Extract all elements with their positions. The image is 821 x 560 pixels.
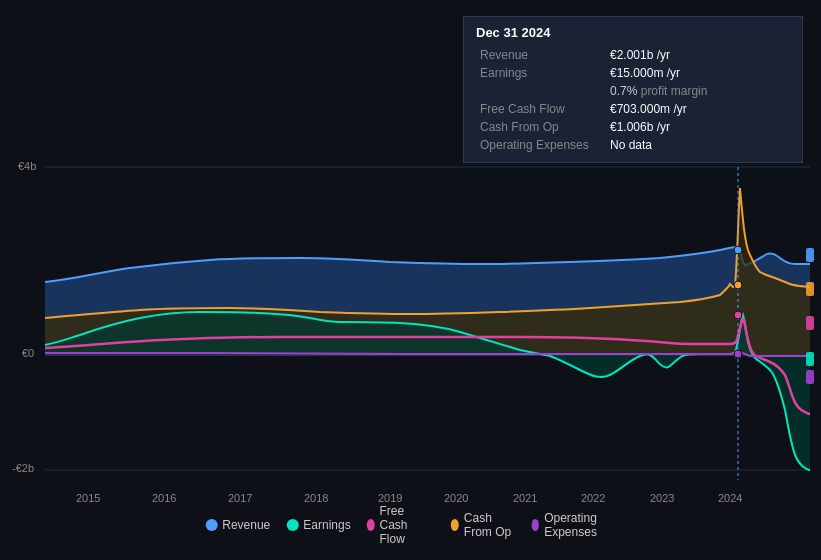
svg-rect-14 — [806, 352, 814, 366]
tooltip-box: Dec 31 2024 Revenue €2.001b /yr Earnings… — [463, 16, 803, 163]
legend-label-revenue: Revenue — [222, 518, 270, 532]
tooltip-row-fcf: Free Cash Flow €703.000m /yr — [476, 100, 790, 118]
x-label-2022: 2022 — [581, 492, 605, 504]
legend-earnings[interactable]: Earnings — [286, 518, 350, 532]
tooltip-value-revenue: €2.001b /yr — [606, 46, 790, 64]
legend-revenue[interactable]: Revenue — [205, 518, 270, 532]
legend-dot-fcf — [367, 519, 375, 531]
legend-label-opex: Operating Expenses — [544, 511, 616, 539]
tooltip-value-fcf: €703.000m /yr — [606, 100, 790, 118]
x-label-2024: 2024 — [718, 492, 742, 504]
legend-dot-cashop — [451, 519, 459, 531]
tooltip-label-fcf: Free Cash Flow — [476, 100, 606, 118]
x-label-2023: 2023 — [650, 492, 674, 504]
svg-point-6 — [734, 246, 742, 254]
svg-rect-12 — [806, 282, 814, 296]
tooltip-value-cashop: €1.006b /yr — [606, 118, 790, 136]
tooltip-label-margin — [476, 82, 606, 100]
x-label-2017: 2017 — [228, 492, 252, 504]
x-label-2019: 2019 — [378, 492, 402, 504]
x-label-2016: 2016 — [152, 492, 176, 504]
legend-label-earnings: Earnings — [303, 518, 350, 532]
tooltip-label-opex: Operating Expenses — [476, 136, 606, 154]
legend-fcf[interactable]: Free Cash Flow — [367, 504, 435, 546]
x-label-2020: 2020 — [444, 492, 468, 504]
chart-legend: Revenue Earnings Free Cash Flow Cash Fro… — [205, 504, 616, 546]
tooltip-value-margin: 0.7% profit margin — [606, 82, 790, 100]
tooltip-value-opex: No data — [606, 136, 790, 154]
tooltip-label-cashop: Cash From Op — [476, 118, 606, 136]
legend-cashop[interactable]: Cash From Op — [451, 511, 515, 539]
x-label-2015: 2015 — [76, 492, 100, 504]
tooltip-row-margin: 0.7% profit margin — [476, 82, 790, 100]
y-label-neg2b: -€2b — [12, 462, 34, 474]
x-label-2018: 2018 — [304, 492, 328, 504]
legend-dot-revenue — [205, 519, 217, 531]
tooltip-label-revenue: Revenue — [476, 46, 606, 64]
svg-rect-15 — [806, 370, 814, 384]
tooltip-table: Revenue €2.001b /yr Earnings €15.000m /y… — [476, 46, 790, 154]
tooltip-row-revenue: Revenue €2.001b /yr — [476, 46, 790, 64]
legend-label-cashop: Cash From Op — [464, 511, 515, 539]
tooltip-title: Dec 31 2024 — [476, 25, 790, 40]
svg-point-7 — [734, 281, 742, 289]
svg-rect-11 — [806, 248, 814, 262]
svg-point-10 — [734, 350, 742, 358]
legend-dot-opex — [531, 519, 539, 531]
y-label-4b: €4b — [18, 160, 36, 172]
tooltip-row-earnings: Earnings €15.000m /yr — [476, 64, 790, 82]
legend-label-fcf: Free Cash Flow — [380, 504, 435, 546]
chart-container: Dec 31 2024 Revenue €2.001b /yr Earnings… — [0, 0, 821, 560]
svg-point-8 — [734, 311, 742, 319]
tooltip-row-cashop: Cash From Op €1.006b /yr — [476, 118, 790, 136]
legend-dot-earnings — [286, 519, 298, 531]
x-label-2021: 2021 — [513, 492, 537, 504]
legend-opex[interactable]: Operating Expenses — [531, 511, 615, 539]
svg-rect-13 — [806, 316, 814, 330]
tooltip-row-opex: Operating Expenses No data — [476, 136, 790, 154]
y-label-0: €0 — [22, 347, 34, 359]
tooltip-label-earnings: Earnings — [476, 64, 606, 82]
tooltip-value-earnings: €15.000m /yr — [606, 64, 790, 82]
